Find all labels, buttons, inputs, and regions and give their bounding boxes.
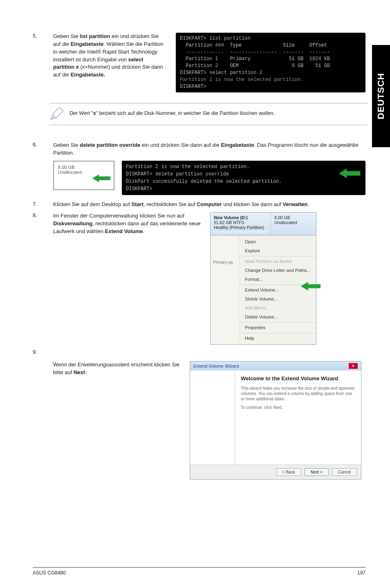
volume-header-left: New Volume (D:) 51.62 GB NTFS Healthy (P… (211, 213, 271, 235)
extend-volume-wizard: Extend Volume Wizard ✕ Welcome to the Ex… (190, 361, 361, 480)
disk-management-context-menu: New Volume (D:) 51.62 GB NTFS Healthy (P… (210, 212, 316, 345)
menu-help[interactable]: Help (239, 333, 316, 343)
wizard-text-1: This wizard helps you increase the size … (241, 386, 355, 402)
menu-mark-active: Mark Partition as Active (239, 256, 316, 266)
menu-open[interactable]: Open (239, 237, 316, 246)
back-button[interactable]: < Back (276, 468, 301, 476)
footer-product: ASUS CG8480 (33, 570, 66, 576)
step-number: 5. (33, 33, 41, 39)
step7-text: Klicken Sie auf dem Desktop auf Start, r… (53, 201, 365, 208)
menu-add-mirror: Add Mirror... (239, 303, 316, 312)
close-icon[interactable]: ✕ (349, 363, 358, 369)
disk-unallocated-box: 8.00 GB Unallocated (53, 161, 114, 190)
diskpart-terminal-2: Partition 2 is now the selected partitio… (122, 161, 365, 195)
wizard-heading: Welcome to the Extend Volume Wizard (241, 375, 355, 382)
menu-change-letter[interactable]: Change Drive Letter and Paths... (239, 266, 316, 275)
arrow-icon (92, 174, 110, 183)
step8-text: Im Fenster der Computerverwaltung klicke… (53, 212, 204, 345)
note-text-a: Der Wert " (69, 110, 93, 116)
volume-header-right: 8.00 GB Unallocated (271, 213, 316, 235)
arrow-icon (338, 168, 361, 179)
footer-page-number: 197 (357, 570, 365, 576)
step-number: 6. (33, 141, 41, 156)
step9-text: Wenn der Erweiterungsassistent erscheint… (53, 361, 184, 480)
wizard-text-2: To continue, click Next. (241, 405, 355, 410)
diskpart-terminal-1: DISKPART> list partition Partition ### T… (176, 33, 365, 92)
menu-explore[interactable]: Explore (239, 246, 316, 255)
step5-text: Geben Sie list partition ein und drücken… (53, 33, 164, 79)
wizard-sidebar (190, 370, 235, 465)
step-number: 7. (33, 201, 41, 208)
pencil-icon (49, 107, 64, 121)
next-button[interactable]: Next > (305, 468, 329, 476)
language-tab: DEUTSCH (372, 45, 390, 147)
step6-text: Geben Sie delete partition override ein … (53, 141, 365, 156)
wizard-title: Extend Volume Wizard (193, 364, 239, 368)
note-callout: Der Wert "x" bezieht sich auf die Disk-N… (49, 103, 368, 125)
menu-properties[interactable]: Properties (239, 322, 316, 332)
step-number: 9. (33, 349, 41, 480)
cancel-button[interactable]: Cancel (332, 468, 357, 476)
partition-label: Primary pa (211, 236, 239, 344)
menu-shrink-volume[interactable]: Shrink Volume... (239, 294, 316, 303)
step-number: 8. (33, 212, 41, 345)
arrow-icon (300, 281, 321, 291)
menu-delete-volume[interactable]: Delete Volume... (239, 312, 316, 321)
